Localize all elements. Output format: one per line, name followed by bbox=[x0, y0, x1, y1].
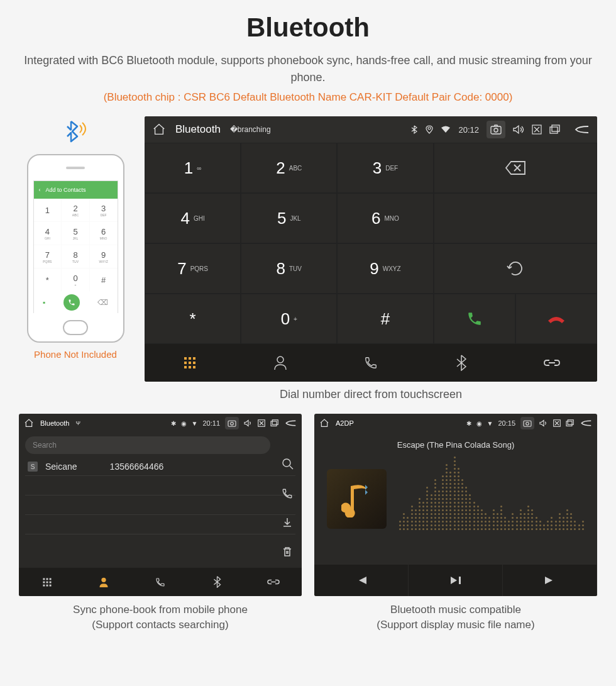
bluetooth-icon: ✱ bbox=[171, 420, 176, 427]
next-track-button[interactable] bbox=[503, 565, 597, 596]
dial-key-*[interactable]: * bbox=[145, 294, 241, 344]
phone-key: 0+ bbox=[62, 268, 89, 291]
delete-icon[interactable] bbox=[282, 546, 294, 557]
dial-key-9[interactable]: 9WXYZ bbox=[337, 243, 433, 294]
nav-bluetooth-icon[interactable] bbox=[416, 344, 507, 382]
nav-contacts-icon[interactable] bbox=[75, 568, 132, 596]
contact-name: Seicane bbox=[45, 462, 77, 472]
status-title: A2DP bbox=[336, 419, 354, 427]
nav-contacts-icon[interactable] bbox=[235, 344, 326, 382]
screenshot-icon[interactable] bbox=[225, 417, 239, 429]
wifi-icon bbox=[441, 126, 451, 133]
back-icon: ‹ bbox=[39, 187, 41, 193]
phone-key: 7PQRS bbox=[34, 245, 62, 268]
status-title: Bluetooth bbox=[40, 419, 69, 427]
prev-track-button[interactable] bbox=[314, 565, 409, 596]
nav-calls-icon[interactable] bbox=[326, 344, 416, 382]
home-icon[interactable] bbox=[319, 418, 329, 428]
home-icon[interactable] bbox=[24, 418, 34, 428]
svg-rect-0 bbox=[491, 126, 501, 134]
phone-key: 6MNO bbox=[90, 222, 118, 245]
dial-key-6[interactable]: 6MNO bbox=[337, 193, 433, 243]
music-screen: A2DP ✱ ◉ ▼ 20:15 Escape (The Pina Col bbox=[314, 414, 597, 596]
hangup-button[interactable] bbox=[515, 294, 597, 344]
close-x-icon[interactable] bbox=[258, 419, 265, 427]
svg-point-1 bbox=[494, 128, 498, 132]
svg-rect-7 bbox=[193, 357, 195, 360]
volume-icon[interactable] bbox=[539, 419, 548, 427]
close-x-icon[interactable] bbox=[532, 124, 542, 135]
specs-line: (Bluetooth chip : CSR BC6 Default Blueto… bbox=[19, 91, 597, 104]
close-x-icon[interactable] bbox=[553, 419, 561, 427]
equalizer bbox=[399, 467, 585, 530]
dial-key-5[interactable]: 5JKL bbox=[241, 193, 337, 243]
dial-key-7[interactable]: 7PQRS bbox=[145, 243, 241, 294]
location-icon bbox=[426, 125, 433, 134]
phone-key: 8TUV bbox=[62, 245, 89, 268]
svg-rect-10 bbox=[193, 362, 195, 364]
back-icon[interactable] bbox=[580, 419, 592, 427]
volume-icon[interactable] bbox=[244, 419, 253, 427]
nav-link-icon[interactable] bbox=[507, 344, 597, 382]
phone-mockup: ‹ Add to Contacts 12ABC3DEF4GHI5JKL6MNO7… bbox=[27, 154, 124, 343]
nav-bluetooth-icon[interactable] bbox=[189, 568, 245, 596]
svg-rect-21 bbox=[43, 578, 45, 580]
music-caption-1: Bluetooth music compatible bbox=[314, 602, 597, 617]
download-icon[interactable] bbox=[282, 517, 294, 528]
dial-key-3[interactable]: 3DEF bbox=[337, 143, 433, 193]
bluetooth-icon bbox=[410, 125, 418, 134]
play-pause-button[interactable] bbox=[409, 565, 503, 596]
dial-key-4[interactable]: 4GHI bbox=[145, 193, 241, 243]
screenshot-icon[interactable] bbox=[520, 417, 534, 429]
dial-key-#[interactable]: # bbox=[337, 294, 433, 344]
song-title: Escape (The Pina Colada Song) bbox=[397, 440, 514, 450]
recent-apps-icon[interactable] bbox=[566, 419, 575, 427]
call-button bbox=[63, 294, 80, 311]
nav-calls-icon[interactable] bbox=[132, 568, 189, 596]
volume-icon[interactable] bbox=[513, 124, 524, 135]
contact-row[interactable]: S Seicane 13566664466 bbox=[19, 458, 302, 475]
status-time: 20:12 bbox=[458, 125, 479, 135]
svg-rect-26 bbox=[50, 581, 52, 583]
dial-key-1[interactable]: 1∞ bbox=[145, 143, 241, 193]
backspace-button[interactable] bbox=[434, 143, 597, 193]
nav-keypad-icon[interactable] bbox=[145, 344, 235, 382]
phone-key: # bbox=[90, 268, 118, 291]
recent-apps-icon[interactable] bbox=[549, 124, 561, 135]
search-icon[interactable] bbox=[282, 458, 294, 470]
contacts-caption-2: (Support contacts searching) bbox=[19, 617, 302, 633]
wifi-icon: ▼ bbox=[192, 420, 198, 427]
svg-rect-18 bbox=[271, 421, 277, 426]
dialer-caption: Dial number direct from touchscreen bbox=[145, 388, 597, 401]
call-button[interactable] bbox=[434, 294, 515, 344]
svg-rect-25 bbox=[47, 581, 48, 583]
usb-icon: �branching bbox=[230, 125, 271, 134]
svg-rect-13 bbox=[193, 366, 195, 368]
back-icon[interactable] bbox=[573, 124, 590, 135]
redial-button[interactable] bbox=[434, 243, 597, 294]
search-input[interactable]: Search bbox=[25, 436, 270, 454]
svg-rect-11 bbox=[184, 366, 187, 368]
svg-rect-27 bbox=[43, 584, 45, 586]
page-subtitle: Integrated with BC6 Bluetooth module, su… bbox=[19, 52, 597, 86]
phone-header-label: Add to Contacts bbox=[46, 187, 86, 193]
dial-key-8[interactable]: 8TUV bbox=[241, 243, 337, 294]
phone-key: 3DEF bbox=[90, 199, 118, 221]
dial-key-2[interactable]: 2ABC bbox=[241, 143, 337, 193]
svg-rect-19 bbox=[272, 420, 278, 425]
phone-key: * bbox=[34, 268, 62, 291]
svg-rect-9 bbox=[189, 362, 191, 364]
dial-key-0[interactable]: 0+ bbox=[241, 294, 337, 344]
svg-point-30 bbox=[101, 577, 106, 582]
recent-apps-icon[interactable] bbox=[270, 419, 279, 427]
call-icon[interactable] bbox=[282, 488, 294, 499]
svg-rect-4 bbox=[552, 125, 559, 131]
nav-keypad-icon[interactable] bbox=[19, 568, 75, 596]
screenshot-icon[interactable] bbox=[487, 121, 505, 138]
bluetooth-signal-icon bbox=[60, 116, 91, 148]
nav-link-icon[interactable] bbox=[245, 568, 302, 596]
home-icon[interactable] bbox=[152, 123, 166, 136]
back-icon[interactable] bbox=[284, 419, 297, 427]
svg-rect-31 bbox=[524, 421, 531, 426]
svg-rect-35 bbox=[568, 420, 573, 425]
